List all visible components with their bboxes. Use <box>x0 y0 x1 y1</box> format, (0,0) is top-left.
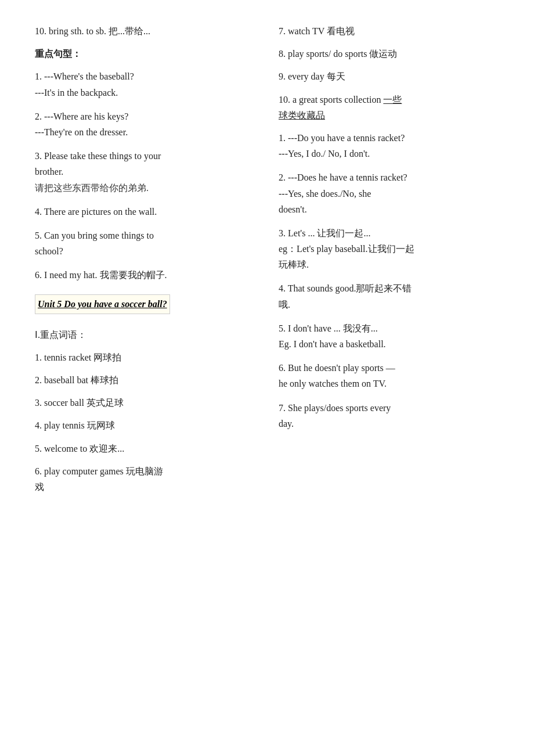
right-sentence-6: 6. But he doesn't play sports — he only … <box>279 360 499 391</box>
vocab-item-1: 1. tennis racket 网球拍 <box>35 350 255 365</box>
sentence-5-line2: school? <box>35 243 255 259</box>
right-sentence-6-line2: he only watches them on TV. <box>279 376 499 391</box>
sentence-2-line2: ---They're on the dresser. <box>35 124 255 140</box>
right-sentence-5-line1: 5. I don't have ... 我没有... <box>279 321 499 336</box>
vocab-5-text: 5. welcome to 欢迎来... <box>35 441 255 456</box>
vocab-4-text: 4. play tennis 玩网球 <box>35 417 255 433</box>
vocab-item-5: 5. welcome to 欢迎来... <box>35 441 255 456</box>
right-vocab-10-underline: 一些 <box>383 95 402 105</box>
right-sentence-1-line1: 1. ---Do you have a tennis racket? <box>279 130 499 146</box>
right-sentence-1: 1. ---Do you have a tennis racket? ---Ye… <box>279 130 499 161</box>
right-sentence-3-eg: eg：Let's play baseball.让我们一起 <box>279 241 499 257</box>
vocab-6-text-b: 戏 <box>35 479 255 495</box>
right-vocab-7: 7. watch TV 看电视 <box>279 23 499 39</box>
sentence-1-line1: 1. ---Where's the baseball? <box>35 69 255 84</box>
unit-title: Unit 5 Do you have a soccer ball? <box>35 294 170 314</box>
right-sentence-7-line1: 7. She plays/does sports every <box>279 400 499 416</box>
sentence-3-zh: 请把这些东西带给你的弟弟. <box>35 180 255 196</box>
right-vocab-9: 9. every day 每天 <box>279 69 499 84</box>
vocab-1-text: 1. tennis racket 网球拍 <box>35 350 255 365</box>
right-vocab-8-text: 8. play sports/ do sports 做运动 <box>279 46 499 62</box>
vocab-6-text: 6. play computer games 玩电脑游 <box>35 463 255 479</box>
right-sentence-4: 4. That sounds good.那听起来不错 哦. <box>279 280 499 312</box>
vocab-item-3: 3. soccer ball 英式足球 <box>35 395 255 411</box>
main-content: 10. bring sth. to sb. 把...带给... 重点句型： 1.… <box>35 23 499 502</box>
right-sentence-2-line1: 2. ---Does he have a tennis racket? <box>279 170 499 185</box>
right-sentence-6-line1: 6. But he doesn't play sports — <box>279 360 499 376</box>
right-sentence-5: 5. I don't have ... 我没有... Eg. I don't h… <box>279 321 499 352</box>
sentence-5-line1: 5. Can you bring some things to <box>35 228 255 243</box>
right-sentence-7: 7. She plays/does sports every day. <box>279 400 499 431</box>
vocab-item-4: 4. play tennis 玩网球 <box>35 417 255 433</box>
right-vocab-10: 10. a great sports collection 一些 球类收藏品 <box>279 92 499 123</box>
sentence-3: 3. Please take these things to your brot… <box>35 148 255 196</box>
sentence-2: 2. ---Where are his keys? ---They're on … <box>35 109 255 140</box>
sentence-6: 6. I need my hat. 我需要我的帽子. <box>35 267 255 283</box>
vocab-section-label: Ⅰ.重点词语： <box>35 327 255 343</box>
vocab-item-6: 6. play computer games 玩电脑游 戏 <box>35 463 255 495</box>
key-section-heading: 重点句型： <box>35 46 255 62</box>
right-vocab-10-underline-b: 球类收藏品 <box>279 110 325 120</box>
right-sentence-1-line2: ---Yes, I do./ No, I don't. <box>279 146 499 161</box>
sentence-6-text: 6. I need my hat. 我需要我的帽子. <box>35 267 255 283</box>
unit-title-block: Unit 5 Do you have a soccer ball? <box>35 294 255 319</box>
right-sentence-3-eg-b: 玩棒球. <box>279 257 499 272</box>
sentence-3-line2: brother. <box>35 164 255 179</box>
right-sentence-4-line1: 4. That sounds good.那听起来不错 <box>279 280 499 296</box>
right-sentence-4-line2: 哦. <box>279 297 499 312</box>
left-column: 10. bring sth. to sb. 把...带给... 重点句型： 1.… <box>35 23 267 502</box>
right-vocab-10-text: 10. a great sports collection 一些 <box>279 92 499 107</box>
sentence-2-line1: 2. ---Where are his keys? <box>35 109 255 124</box>
sentence-3-line1: 3. Please take these things to your <box>35 148 255 164</box>
right-vocab-8: 8. play sports/ do sports 做运动 <box>279 46 499 62</box>
vocab-item-2: 2. baseball bat 棒球拍 <box>35 372 255 388</box>
right-vocab-7-text: 7. watch TV 看电视 <box>279 23 499 39</box>
intro-item-10: 10. bring sth. to sb. 把...带给... <box>35 23 255 39</box>
key-section-label: 重点句型： <box>35 46 255 62</box>
right-vocab-10-text-b: 球类收藏品 <box>279 107 499 123</box>
intro-item-10-text: 10. bring sth. to sb. 把...带给... <box>35 23 255 39</box>
vocab-heading: Ⅰ.重点词语： <box>35 327 255 343</box>
vocab-2-text: 2. baseball bat 棒球拍 <box>35 372 255 388</box>
sentence-1-line2: ---It's in the backpack. <box>35 85 255 100</box>
right-sentence-2-line2: ---Yes, she does./No, she <box>279 186 499 201</box>
right-vocab-9-text: 9. every day 每天 <box>279 69 499 84</box>
vocab-3-text: 3. soccer ball 英式足球 <box>35 395 255 411</box>
right-column: 7. watch TV 看电视 8. play sports/ do sport… <box>267 23 499 502</box>
right-sentence-2: 2. ---Does he have a tennis racket? ---Y… <box>279 170 499 217</box>
right-sentence-3: 3. Let's ... 让我们一起... eg：Let's play base… <box>279 225 499 273</box>
sentence-4: 4. There are pictures on the wall. <box>35 204 255 219</box>
sentence-1: 1. ---Where's the baseball? ---It's in t… <box>35 69 255 100</box>
right-sentence-7-line2: day. <box>279 416 499 431</box>
sentence-4-line1: 4. There are pictures on the wall. <box>35 204 255 219</box>
right-sentence-5-eg: Eg. I don't have a basketball. <box>279 336 499 352</box>
sentence-5: 5. Can you bring some things to school? <box>35 228 255 259</box>
right-sentence-2-line3: doesn't. <box>279 201 499 217</box>
right-sentence-3-line1: 3. Let's ... 让我们一起... <box>279 225 499 241</box>
